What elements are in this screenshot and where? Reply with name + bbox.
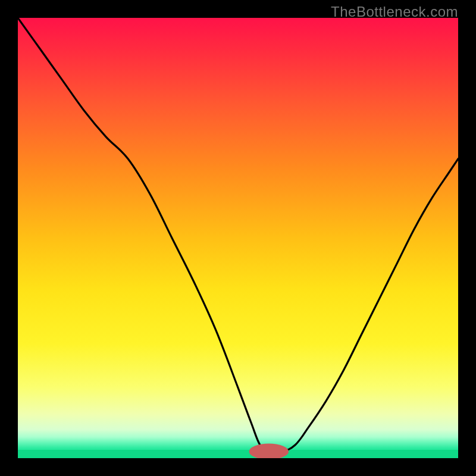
bottleneck-curve-path	[18, 18, 458, 452]
plot-area	[18, 18, 458, 458]
optimum-marker	[249, 444, 289, 458]
chart-frame: TheBottleneck.com	[0, 0, 476, 476]
curve-layer	[18, 18, 458, 458]
